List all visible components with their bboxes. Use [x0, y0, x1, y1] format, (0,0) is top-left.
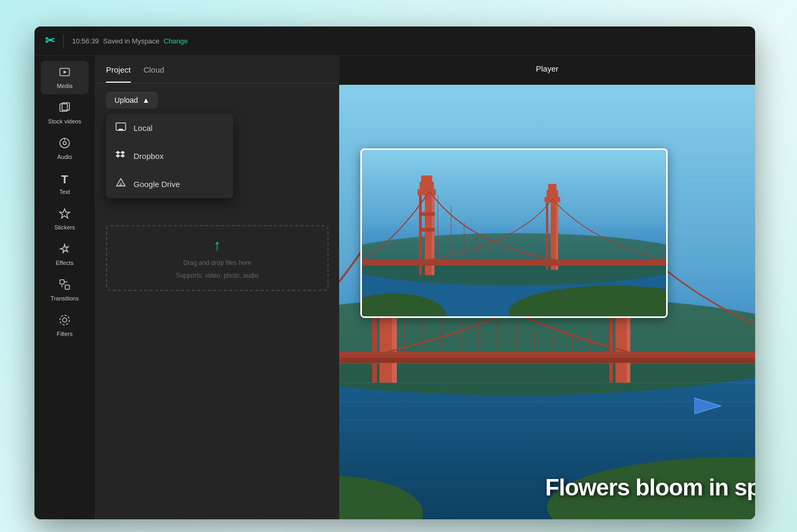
left-sidebar: Media Stock videos — [34, 56, 95, 519]
svg-marker-1 — [64, 70, 67, 74]
sidebar-item-stickers[interactable]: Stickers — [41, 202, 88, 236]
local-label: Local — [134, 123, 153, 132]
sidebar-item-media-label: Media — [57, 83, 73, 89]
stock-videos-icon — [59, 102, 70, 116]
player-label: Player — [339, 56, 755, 82]
svg-point-5 — [63, 141, 66, 145]
save-info: 10:56:39 Saved in Myspace Change — [72, 37, 188, 45]
change-link[interactable]: Change — [164, 37, 188, 45]
sidebar-item-transitions-label: Transitions — [50, 295, 78, 302]
drop-subtext: Supports: video, photo, audio — [176, 272, 259, 279]
sidebar-item-filters[interactable]: Filters — [41, 309, 88, 342]
upload-caret-icon: ▲ — [142, 96, 149, 104]
dropbox-icon — [116, 149, 126, 163]
tab-project[interactable]: Project — [106, 65, 131, 83]
app-window: ✂ 10:56:39 Saved in Myspace Change Media — [34, 26, 755, 519]
cursor-arrow — [694, 393, 726, 421]
drop-zone[interactable]: ↑ Drag and drop files here Supports: vid… — [106, 225, 329, 291]
sidebar-item-filters-label: Filters — [57, 331, 73, 337]
svg-rect-70 — [548, 184, 556, 191]
sidebar-item-text-label: Text — [59, 189, 70, 195]
sidebar-item-stock-videos[interactable]: Stock videos — [41, 96, 88, 130]
upload-section: Upload ▲ Local — [95, 83, 339, 299]
svg-rect-61 — [420, 182, 434, 190]
panel-tabs: Project Cloud — [95, 56, 339, 83]
top-bar: ✂ 10:56:39 Saved in Myspace Change — [34, 26, 755, 56]
svg-marker-83 — [694, 398, 721, 414]
player-area: Player — [339, 56, 755, 519]
sidebar-item-stickers-label: Stickers — [54, 224, 75, 230]
sidebar-item-text[interactable]: T Text — [41, 167, 88, 200]
sidebar-item-stock-videos-label: Stock videos — [48, 118, 81, 125]
dropdown-item-google-drive[interactable]: Google Drive — [106, 170, 233, 198]
sidebar-item-media[interactable]: Media — [41, 61, 88, 94]
svg-rect-36 — [339, 358, 755, 362]
svg-rect-63 — [419, 212, 435, 216]
drop-text: Drag and drop files here — [183, 259, 252, 267]
google-drive-icon — [116, 178, 126, 191]
sidebar-item-effects[interactable]: Effects — [41, 238, 88, 271]
bottom-overlay-text: Flowers bloom in sp — [545, 474, 755, 501]
upload-label: Upload — [114, 96, 138, 104]
sidebar-item-audio-label: Audio — [57, 154, 72, 160]
top-bar-divider — [63, 34, 64, 47]
dropbox-label: Dropbox — [134, 152, 164, 161]
sidebar-item-transitions[interactable]: Transitions — [41, 273, 88, 307]
upload-dropdown: Local Dropbox — [106, 114, 233, 198]
upload-button[interactable]: Upload ▲ — [106, 92, 158, 109]
media-icon — [59, 66, 70, 81]
tab-cloud[interactable]: Cloud — [144, 65, 164, 83]
sidebar-item-effects-label: Effects — [56, 260, 73, 266]
preview-thumbnail — [360, 148, 668, 318]
svg-rect-69 — [546, 190, 558, 198]
thumbnail-svg — [362, 150, 666, 316]
svg-rect-14 — [119, 129, 123, 130]
dropdown-item-dropbox[interactable]: Dropbox — [106, 142, 233, 170]
bridge-background: Flowers bloom in sp — [339, 85, 755, 519]
google-drive-label: Google Drive — [134, 180, 180, 189]
save-status: Saved in Myspace — [103, 37, 160, 45]
svg-point-12 — [60, 315, 69, 325]
sidebar-item-audio[interactable]: Audio — [41, 132, 88, 165]
svg-rect-7 — [60, 280, 64, 284]
svg-point-11 — [63, 318, 67, 322]
cursor-svg — [694, 393, 726, 419]
local-icon — [116, 121, 126, 135]
effects-icon — [59, 243, 70, 258]
transitions-icon — [59, 279, 70, 293]
svg-rect-15 — [118, 130, 124, 131]
svg-rect-67 — [556, 199, 558, 270]
media-panel: Project Cloud Upload ▲ — [95, 56, 339, 519]
svg-rect-8 — [65, 285, 69, 289]
text-icon: T — [61, 173, 68, 187]
svg-rect-66 — [546, 199, 548, 270]
stickers-icon — [59, 208, 70, 222]
dropdown-item-local[interactable]: Local — [106, 114, 233, 142]
app-logo: ✂ — [45, 34, 55, 48]
audio-icon — [59, 137, 70, 152]
svg-rect-64 — [419, 228, 435, 232]
drop-arrow-icon: ↑ — [214, 237, 221, 254]
svg-rect-71 — [362, 259, 666, 265]
timestamp: 10:56:39 — [72, 37, 99, 45]
filters-icon — [59, 314, 70, 329]
main-layout: Media Stock videos — [34, 56, 755, 519]
svg-rect-62 — [421, 175, 432, 183]
